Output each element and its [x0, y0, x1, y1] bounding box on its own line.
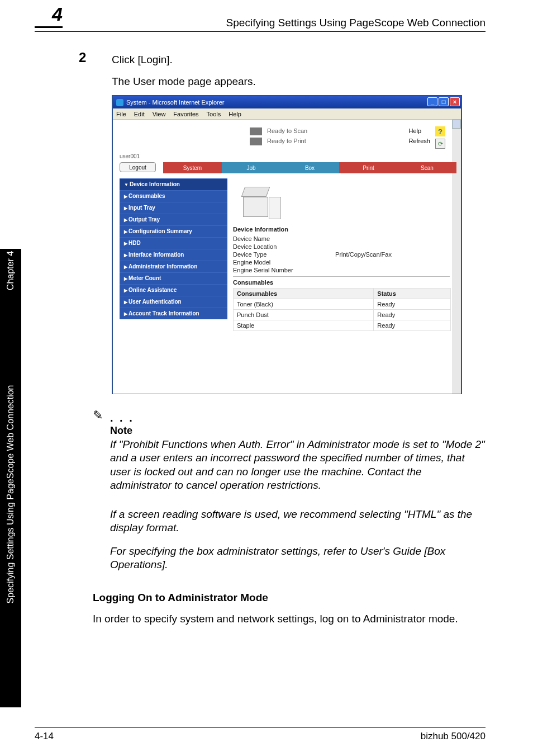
tab-scan[interactable]: Scan [398, 162, 456, 173]
table-row: Staple Ready [234, 320, 451, 331]
browser-body: Ready to Scan Ready to Print Help Refres… [113, 120, 461, 394]
chapter-number-box: 4 [35, 3, 63, 28]
engine-model-row: Engine Model [233, 258, 450, 266]
user-label: user001 [120, 153, 140, 159]
nav-input-tray[interactable]: Input Tray [120, 202, 227, 214]
menu-bar: File Edit View Favorites Tools Help [113, 108, 461, 120]
table-header-row: Consumables Status [234, 289, 451, 299]
tab-system[interactable]: System [163, 162, 222, 173]
device-type-value: Print/Copy/Scan/Fax [335, 251, 392, 258]
nav-meter-count[interactable]: Meter Count [120, 272, 227, 284]
nav-account-track-information[interactable]: Account Track Information [120, 308, 227, 319]
tab-box[interactable]: Box [280, 162, 339, 173]
logout-button[interactable]: Logout [120, 162, 156, 172]
refresh-link[interactable]: Refresh [408, 138, 430, 144]
ie-page-icon [116, 99, 123, 106]
nav-output-tray[interactable]: Output Tray [120, 214, 227, 225]
nav-interface-information[interactable]: Interface Information [120, 249, 227, 261]
nav-tabs: System Job Box Print Scan [163, 162, 456, 173]
nav-consumables[interactable]: Consumables [120, 190, 227, 202]
tab-job[interactable]: Job [222, 162, 280, 173]
nav-administrator-information[interactable]: Administrator Information [120, 261, 227, 272]
help-links: Help Refresh [408, 127, 430, 144]
nav-device-information[interactable]: Device Information [120, 178, 227, 190]
running-header-title: Specifying Settings Using PageScope Web … [226, 17, 486, 29]
minimize-button[interactable]: _ [427, 97, 437, 106]
window-title: System - Microsoft Internet Explorer [126, 99, 224, 106]
sidetab-title: Specifying Settings Using PageScope Web … [6, 385, 16, 603]
table-row: Punch Dust Ready [234, 310, 451, 320]
note-icon: ✎ [93, 408, 103, 423]
vertical-scrollbar[interactable] [452, 120, 461, 394]
page-number: 4-14 [35, 731, 54, 742]
step-instruction: Click [Login]. [112, 54, 173, 66]
note-paragraph-1: If "Prohibit Functions when Auth. Error"… [110, 438, 486, 492]
device-image [233, 180, 289, 224]
nav-user-authentication[interactable]: User Authentication [120, 296, 227, 308]
step-number: 2 [79, 50, 86, 65]
section-heading: Logging On to Administrator Mode [93, 592, 268, 604]
note-paragraph-2: If a screen reading software is used, we… [110, 508, 486, 535]
note-dots: . . . [110, 412, 134, 424]
sidetab-chapter: Chapter 4 [6, 251, 16, 290]
close-button[interactable]: × [450, 97, 460, 106]
header-rule [35, 31, 486, 32]
refresh-icon[interactable]: ⟳ [435, 139, 445, 149]
consumables-table: Consumables Status Toner (Black) Ready P… [233, 288, 451, 331]
help-link[interactable]: Help [408, 127, 430, 134]
note-heading: Note [110, 425, 132, 437]
status-ready-print: Ready to Print [250, 138, 306, 145]
menu-file[interactable]: File [116, 111, 126, 117]
menu-help[interactable]: Help [229, 111, 241, 117]
side-nav: Device Information Consumables Input Tra… [120, 178, 227, 319]
model-name: bizhub 500/420 [421, 731, 486, 742]
footer-rule [35, 727, 486, 728]
tab-print[interactable]: Print [339, 162, 398, 173]
menu-view[interactable]: View [153, 111, 166, 117]
col-consumables: Consumables [234, 289, 374, 299]
device-info-heading: Device Information [233, 226, 450, 233]
device-info-block: Device Information Device Name Device Lo… [233, 226, 450, 331]
status-ready-scan: Ready to Scan [250, 127, 307, 135]
printer-icon [250, 138, 262, 145]
engine-serial-row: Engine Serial Number [233, 266, 450, 274]
screenshot-window: System - Microsoft Internet Explorer _ □… [112, 95, 462, 394]
menu-favorites[interactable]: Favorites [173, 111, 198, 117]
section-body: In order to specify system and network s… [93, 612, 486, 626]
step-result: The User mode page appears. [112, 75, 256, 88]
scroll-up-button[interactable] [452, 120, 461, 129]
help-icon[interactable]: ? [435, 126, 445, 136]
col-status: Status [374, 289, 451, 299]
maximize-button[interactable]: □ [439, 97, 449, 106]
menu-edit[interactable]: Edit [134, 111, 145, 117]
consumables-heading: Consumables [233, 279, 450, 286]
printer-icon [250, 127, 262, 135]
chapter-number: 4 [52, 3, 63, 25]
table-row: Toner (Black) Ready [234, 299, 451, 310]
device-location-row: Device Location [233, 243, 450, 251]
nav-online-assistance[interactable]: Online Assistance [120, 284, 227, 296]
device-name-row: Device Name [233, 235, 450, 243]
device-type-row: Device Type Print/Copy/Scan/Fax [233, 251, 450, 258]
nav-configuration-summary[interactable]: Configuration Summary [120, 225, 227, 237]
nav-hdd[interactable]: HDD [120, 237, 227, 249]
window-titlebar: System - Microsoft Internet Explorer _ □… [113, 96, 461, 108]
content-pane: Device Information Device Name Device Lo… [233, 180, 450, 331]
menu-tools[interactable]: Tools [207, 111, 221, 117]
note-paragraph-3: For specifying the box administrator set… [110, 545, 486, 572]
side-thumb-tab: Chapter 4 Specifying Settings Using Page… [0, 249, 21, 707]
